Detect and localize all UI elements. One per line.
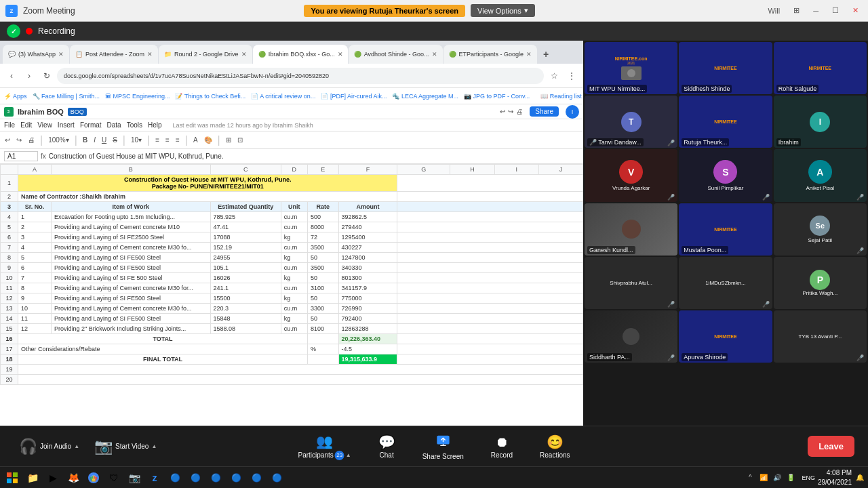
toolbar-align-left[interactable]: ≡ xyxy=(153,136,161,144)
bookmark-apps[interactable]: ⚡ Apps xyxy=(4,93,27,100)
leave-button[interactable]: Leave xyxy=(808,436,854,457)
close-btn[interactable]: ✕ xyxy=(848,5,863,16)
formula-content[interactable]: Construction of Guest House at MIT WPU, … xyxy=(49,152,579,160)
network-icon[interactable]: 📶 xyxy=(758,472,769,483)
contractor-cell[interactable]: Name of Contractor :Shaikh Ibrahim xyxy=(18,192,397,202)
close-icon[interactable]: ✕ xyxy=(526,51,532,58)
project-title-cell[interactable]: Construction of Guest House at MIT WPU, … xyxy=(18,175,397,192)
toolbar-strikethrough[interactable]: S xyxy=(111,136,119,144)
print-icon[interactable]: 🖨 xyxy=(516,108,523,115)
join-audio-button[interactable]: 🎧 Join Audio ▲ xyxy=(14,435,85,458)
back-btn[interactable]: ‹ xyxy=(4,68,19,83)
close-icon[interactable]: ✕ xyxy=(147,51,153,58)
share-screen-button[interactable]: Share Screen xyxy=(417,430,469,463)
app1-icon[interactable]: 🔵 xyxy=(165,468,184,487)
toolbar-borders[interactable]: ⊞ xyxy=(224,136,233,144)
menu-data[interactable]: Data xyxy=(107,121,121,129)
menu-btn[interactable]: ⋮ xyxy=(564,68,579,83)
close-icon[interactable]: ✕ xyxy=(338,51,343,58)
bookmark-6[interactable]: 🔩 LECA Aggregate M... xyxy=(392,93,458,100)
bookmark-1[interactable]: 🔧 Face Milling | Smith... xyxy=(33,93,100,100)
toolbar-bold[interactable]: B xyxy=(81,136,90,144)
menu-help[interactable]: Help xyxy=(148,121,162,129)
camera-icon[interactable]: 📷 xyxy=(125,468,144,487)
tab-ibrahim-boq[interactable]: 🟢 Ibrahim BOQ.xlsx - Go... ✕ xyxy=(253,45,348,64)
close-icon[interactable]: ✕ xyxy=(58,51,64,58)
chat-button[interactable]: 💬 Chat xyxy=(373,431,401,462)
svg-rect-6 xyxy=(13,479,18,483)
toolbar-text-color[interactable]: A xyxy=(191,136,200,144)
reactions-button[interactable]: 😊 Reactions xyxy=(534,431,575,462)
media-player-icon[interactable]: ▶ xyxy=(43,468,62,487)
toolbar-align-right[interactable]: ≡ xyxy=(174,136,182,144)
bookmark-5[interactable]: 📄 [PDF] Air-cured Aik... xyxy=(321,93,387,100)
zoom-logo: ✓ xyxy=(7,24,20,38)
toolbar-align-center[interactable]: ≡ xyxy=(163,136,172,144)
toolbar-redo[interactable]: ↪ xyxy=(14,136,24,144)
forward-btn[interactable]: › xyxy=(22,68,37,83)
redo-icon[interactable]: ↪ xyxy=(508,108,513,115)
app6-icon[interactable]: 🔵 xyxy=(267,468,286,487)
toolbar-font-size[interactable]: 10▾ xyxy=(129,136,144,144)
close-icon[interactable]: ✕ xyxy=(241,51,247,58)
toolbar-italic[interactable]: I xyxy=(92,136,98,144)
maximize-btn[interactable]: ☐ xyxy=(828,5,843,16)
start-video-button[interactable]: 📷 Start Video ▲ xyxy=(89,435,162,458)
bookmark-7[interactable]: 📷 JPG to PDF - Conv... xyxy=(464,93,530,100)
tab-avdhoot[interactable]: 🟢 Avdhoot Shinde - Goo... ✕ xyxy=(349,45,443,64)
tab-whatsapp[interactable]: 💬 (3) WhatsApp ✕ xyxy=(3,45,69,64)
view-options-button[interactable]: View Options ▾ xyxy=(471,4,535,17)
undo-icon[interactable]: ↩ xyxy=(500,108,505,115)
participants-count: 23 xyxy=(335,451,344,460)
zoom-taskbar-icon[interactable]: z xyxy=(145,468,164,487)
menu-file[interactable]: File xyxy=(4,121,15,129)
toolbar-underline[interactable]: U xyxy=(100,136,108,144)
chrome-icon[interactable] xyxy=(84,468,103,487)
bookmark-2[interactable]: 🏛 MPSC Engineering... xyxy=(105,93,170,100)
participants-button[interactable]: 👥 Participants 23 ▲ xyxy=(292,430,356,463)
add-tab[interactable]: + xyxy=(538,45,554,64)
clock[interactable]: 4:08 PM 29/04/2021 xyxy=(818,468,852,487)
menu-insert[interactable]: Insert xyxy=(58,121,75,129)
reading-list[interactable]: 📖 Reading list xyxy=(540,93,582,100)
toolbar-merge[interactable]: ⊡ xyxy=(235,136,245,144)
toolbar-undo[interactable]: ↩ xyxy=(3,136,12,144)
app3-icon[interactable]: 🔵 xyxy=(206,468,225,487)
total-label: TOTAL xyxy=(18,334,308,344)
firefox-icon[interactable]: 🦊 xyxy=(64,468,83,487)
share-button[interactable]: Share xyxy=(530,106,559,117)
menu-format[interactable]: Format xyxy=(80,121,102,129)
menu-edit[interactable]: Edit xyxy=(20,121,32,129)
refresh-btn[interactable]: ↻ xyxy=(39,68,54,83)
start-menu-icon[interactable] xyxy=(3,468,22,487)
tab-participants[interactable]: 🟢 ETParticipants - Google ✕ xyxy=(443,45,538,64)
menu-view[interactable]: View xyxy=(37,121,52,129)
settings-icon[interactable]: 🛡 xyxy=(104,468,123,487)
toolbar-fill-color[interactable]: 🎨 xyxy=(202,136,214,144)
cell-reference[interactable]: A1 xyxy=(4,151,38,161)
close-icon[interactable]: ✕ xyxy=(432,51,437,58)
tab-attendee[interactable]: 📋 Post Attendee - Zoom ✕ xyxy=(70,45,158,64)
total-value-cell[interactable]: 20,226,363.40 xyxy=(338,334,397,344)
mic-muted-icon: 🎤 xyxy=(856,194,864,201)
app5-icon[interactable]: 🔵 xyxy=(247,468,266,487)
file-explorer-icon[interactable]: 📁 xyxy=(23,468,42,487)
final-total-cell[interactable]: 19,315,633.9 xyxy=(338,354,397,365)
bookmark-3[interactable]: 📝 Things to Check Befi... xyxy=(175,93,245,100)
other-value-cell[interactable]: -4.5 xyxy=(338,344,397,354)
menu-tools[interactable]: Tools xyxy=(127,121,142,129)
app4-icon[interactable]: 🔵 xyxy=(226,468,245,487)
bookmark-4[interactable]: 📄 A critical review on... xyxy=(251,93,315,100)
toolbar-print[interactable]: 🖨 xyxy=(26,136,37,144)
minimize-btn[interactable]: ─ xyxy=(809,5,823,16)
address-bar[interactable]: docs.google.com/spreadsheets/d/1v7ucA78S… xyxy=(57,68,544,84)
app2-icon[interactable]: 🔵 xyxy=(186,468,205,487)
record-button[interactable]: ⏺ Record xyxy=(486,432,518,462)
notification-icon[interactable]: 🔔 xyxy=(854,472,865,483)
tab-round2[interactable]: 📁 Round 2 - Google Drive ✕ xyxy=(159,45,252,64)
battery-icon[interactable]: 🔋 xyxy=(785,472,796,483)
svg-rect-5 xyxy=(7,479,12,483)
toolbar-zoom[interactable]: 100%▾ xyxy=(46,136,71,144)
volume-icon[interactable]: 🔊 xyxy=(772,472,783,483)
star-btn[interactable]: ☆ xyxy=(547,68,561,83)
